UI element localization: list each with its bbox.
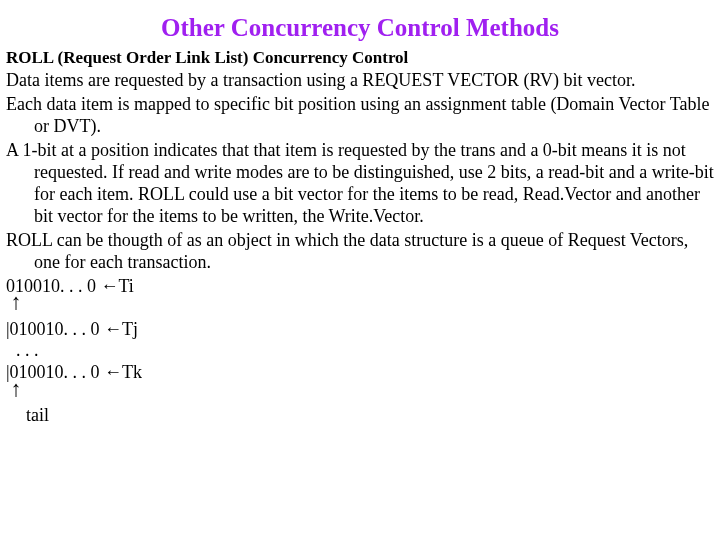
section-subhead: ROLL (Request Order Link List) Concurren… — [6, 48, 714, 68]
paragraph-3: A 1-bit at a position indicates that tha… — [6, 140, 714, 228]
tail-label: tail — [6, 405, 49, 425]
rv-line-tj: |010010. . . 0 ←Tj — [6, 319, 714, 341]
up-arrow-icon: ↑ — [11, 376, 22, 401]
slide: Other Concurrency Control Methods ROLL (… — [0, 0, 720, 427]
up-arrow-row-1: ↑ — [6, 297, 714, 319]
paragraph-2: Each data item is mapped to specific bit… — [6, 94, 714, 138]
rv-label-tk: Tk — [122, 362, 142, 382]
ellipsis-row: . . . — [6, 340, 714, 362]
rv-line-tk: |010010. . . 0 ←Tk — [6, 362, 714, 384]
rv-line-ti: 010010. . . 0 ←Ti — [6, 276, 714, 298]
body-text: Data items are requested by a transactio… — [6, 70, 714, 427]
rv-label-ti: Ti — [119, 276, 134, 296]
slide-title: Other Concurrency Control Methods — [6, 14, 714, 42]
left-arrow-icon: ← — [101, 276, 119, 296]
rv-bits-tj: |010010. . . 0 — [6, 319, 100, 339]
paragraph-1: Data items are requested by a transactio… — [6, 70, 714, 92]
paragraph-4: ROLL can be thougth of as an object in w… — [6, 230, 714, 274]
left-arrow-icon: ← — [104, 319, 122, 339]
up-arrow-icon: ↑ — [11, 289, 22, 314]
tail-row: tail — [6, 405, 714, 427]
request-vector-block: 010010. . . 0 ←Ti ↑ |010010. . . 0 ←Tj .… — [6, 276, 714, 427]
ellipsis: . . . — [6, 340, 39, 360]
rv-label-tj: Tj — [122, 319, 138, 339]
up-arrow-row-2: ↑ — [6, 384, 714, 406]
left-arrow-icon: ← — [104, 362, 122, 382]
